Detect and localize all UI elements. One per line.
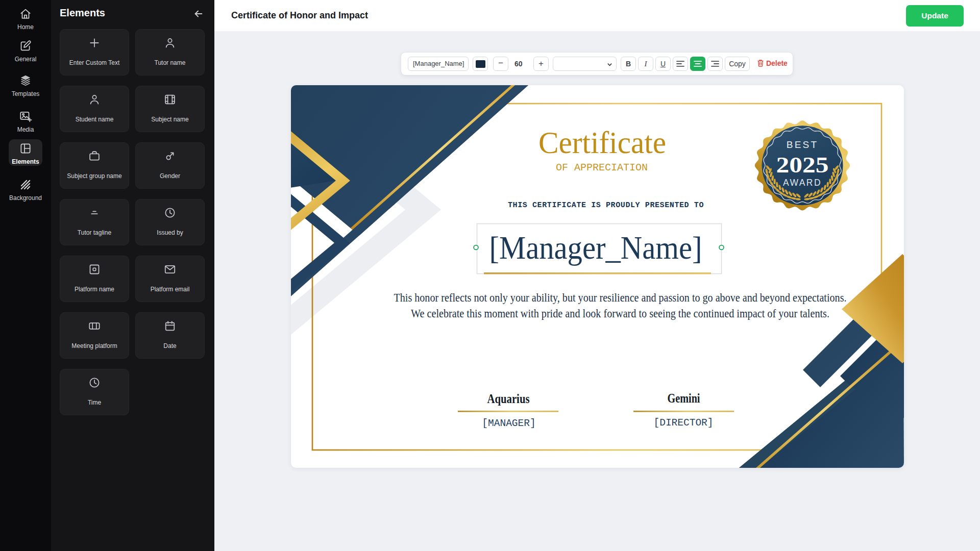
svg-text:2025: 2025 [776, 153, 829, 178]
svg-text:We celebrate this moment with: We celebrate this moment with pride and … [411, 307, 829, 320]
svg-text:This honor reflects not only y: This honor reflects not only your abilit… [394, 291, 847, 304]
svg-text:BEST: BEST [787, 139, 818, 150]
svg-text:OF APPRECIATION: OF APPRECIATION [556, 162, 648, 173]
svg-text:Certificate: Certificate [538, 126, 666, 160]
svg-text:THIS CERTIFICATE IS PROUDLY PR: THIS CERTIFICATE IS PROUDLY PRESENTED TO [508, 201, 704, 210]
svg-text:AWARD: AWARD [783, 178, 822, 188]
svg-text:[MANAGER]: [MANAGER] [482, 418, 535, 429]
svg-text:Gemini: Gemini [668, 391, 700, 406]
svg-text:[Manager_Name]: [Manager_Name] [489, 230, 702, 266]
svg-text:Aquarius: Aquarius [487, 391, 530, 406]
svg-text:[DIRECTOR]: [DIRECTOR] [653, 417, 713, 429]
